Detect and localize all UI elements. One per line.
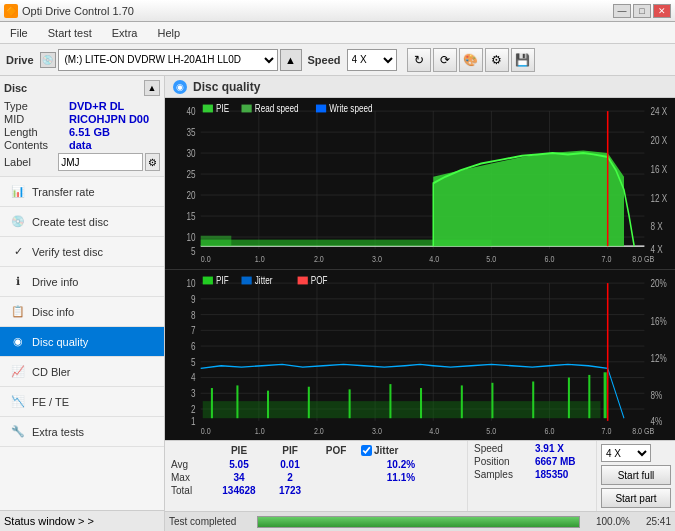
sidebar-item-transfer-rate[interactable]: 📊 Transfer rate xyxy=(0,177,164,207)
svg-rect-90 xyxy=(491,382,493,417)
content-area: ◉ Disc quality xyxy=(165,76,675,531)
sidebar-item-label-verify-test-disc: Verify test disc xyxy=(32,246,103,258)
disc-section: Disc ▲ Type DVD+R DL MID RICOHJPN D00 Le… xyxy=(0,76,164,177)
samples-value: 185350 xyxy=(535,469,590,480)
avg-pof xyxy=(315,459,357,470)
svg-text:Jitter: Jitter xyxy=(255,274,273,286)
position-value: 6667 MB xyxy=(535,456,590,467)
sidebar-item-disc-quality[interactable]: ◉ Disc quality xyxy=(0,327,164,357)
bottom-chart: 10 9 8 7 6 5 4 3 2 1 20% 16% 12% 8% 4% xyxy=(165,270,675,441)
total-jitter xyxy=(361,485,441,496)
svg-text:25: 25 xyxy=(187,168,196,180)
disc-quality-header: ◉ Disc quality xyxy=(165,76,675,98)
create-test-disc-icon: 💿 xyxy=(10,214,26,230)
disc-mid-value: RICOHJPN D00 xyxy=(69,113,149,125)
max-pif: 2 xyxy=(269,472,311,483)
transfer-rate-icon: 📊 xyxy=(10,184,26,200)
disc-mid-label: MID xyxy=(4,113,69,125)
disc-label-row: Label ⚙ xyxy=(4,153,160,171)
samples-row: Samples 185350 xyxy=(474,469,590,480)
close-button[interactable]: ✕ xyxy=(653,4,671,18)
progress-percentage: 100.0% xyxy=(588,516,638,527)
eject-button[interactable]: ▲ xyxy=(280,49,302,71)
progress-bar-outer xyxy=(257,516,580,528)
svg-text:6.0: 6.0 xyxy=(544,426,554,436)
disc-label-button[interactable]: ⚙ xyxy=(145,153,160,171)
disc-quality-icon: ◉ xyxy=(10,334,26,350)
disc-length-row: Length 6.51 GB xyxy=(4,126,160,138)
start-full-button[interactable]: Start full xyxy=(601,465,671,485)
sidebar-item-verify-test-disc[interactable]: ✓ Verify test disc xyxy=(0,237,164,267)
disc-info-icon: 📋 xyxy=(10,304,26,320)
svg-text:1: 1 xyxy=(191,414,196,426)
speed-select[interactable]: 4 X xyxy=(347,49,397,71)
sidebar-item-disc-info[interactable]: 📋 Disc info xyxy=(0,297,164,327)
sidebar-item-extra-tests[interactable]: 🔧 Extra tests xyxy=(0,417,164,447)
sidebar-item-create-test-disc[interactable]: 💿 Create test disc xyxy=(0,207,164,237)
color-button[interactable]: 🎨 xyxy=(459,48,483,72)
fe-te-icon: 📉 xyxy=(10,394,26,410)
svg-rect-100 xyxy=(298,276,308,284)
disc-label-key: Label xyxy=(4,156,56,168)
max-jitter: 11.1% xyxy=(361,472,441,483)
progress-bar-container: Test completed 100.0% 25:41 xyxy=(165,511,675,531)
minimize-button[interactable]: — xyxy=(613,4,631,18)
maximize-button[interactable]: □ xyxy=(633,4,651,18)
progress-time: 25:41 xyxy=(646,516,671,527)
position-key: Position xyxy=(474,456,529,467)
disc-expand-button[interactable]: ▲ xyxy=(144,80,160,96)
sidebar-item-label-fe-te: FE / TE xyxy=(32,396,69,408)
svg-rect-85 xyxy=(308,386,310,417)
disc-contents-value: data xyxy=(69,139,92,151)
disc-type-row: Type DVD+R DL xyxy=(4,100,160,112)
total-pif: 1723 xyxy=(269,485,311,496)
disc-length-label: Length xyxy=(4,126,69,138)
menu-help[interactable]: Help xyxy=(151,25,186,41)
svg-rect-36 xyxy=(242,105,252,113)
svg-text:10: 10 xyxy=(187,277,196,289)
menu-extra[interactable]: Extra xyxy=(106,25,144,41)
svg-text:1.0: 1.0 xyxy=(255,426,265,436)
svg-text:4: 4 xyxy=(191,371,196,383)
svg-text:9: 9 xyxy=(191,292,196,304)
drive-select[interactable]: (M:) LITE-ON DVDRW LH-20A1H LL0D xyxy=(58,49,278,71)
stats-col-pof: POF xyxy=(315,445,357,456)
save-button[interactable]: 💾 xyxy=(511,48,535,72)
menu-start-test[interactable]: Start test xyxy=(42,25,98,41)
svg-rect-82 xyxy=(211,388,213,418)
jitter-label: Jitter xyxy=(374,445,398,456)
cd-bler-icon: 📈 xyxy=(10,364,26,380)
sidebar-item-drive-info[interactable]: ℹ Drive info xyxy=(0,267,164,297)
svg-text:4.0: 4.0 xyxy=(429,254,439,264)
refresh-button[interactable]: ↻ xyxy=(407,48,431,72)
stats-col-empty xyxy=(171,445,209,456)
svg-text:5.0: 5.0 xyxy=(486,426,496,436)
sidebar-item-fe-te[interactable]: 📉 FE / TE xyxy=(0,387,164,417)
disc-quality-header-icon: ◉ xyxy=(173,80,187,94)
svg-text:PIE: PIE xyxy=(216,102,229,114)
svg-rect-88 xyxy=(420,388,422,418)
stats-col-pif: PIF xyxy=(269,445,311,456)
sidebar-item-cd-bler[interactable]: 📈 CD Bler xyxy=(0,357,164,387)
progress-status: Test completed xyxy=(169,516,249,527)
svg-text:1.0: 1.0 xyxy=(255,254,265,264)
jitter-checkbox[interactable] xyxy=(361,445,372,456)
drive-select-wrapper: 💿 (M:) LITE-ON DVDRW LH-20A1H LL0D ▲ xyxy=(40,49,302,71)
speed-pos-area: Speed 3.91 X Position 6667 MB Samples 18… xyxy=(467,441,596,511)
svg-rect-84 xyxy=(267,390,269,418)
sidebar-item-label-drive-info: Drive info xyxy=(32,276,78,288)
disc-title: Disc xyxy=(4,82,27,94)
settings-button[interactable]: ⚙ xyxy=(485,48,509,72)
status-window-button[interactable]: Status window > > xyxy=(0,510,164,531)
speed-label: Speed xyxy=(308,54,341,66)
speed-select-2[interactable]: 4 X xyxy=(601,444,651,462)
svg-text:4.0: 4.0 xyxy=(429,426,439,436)
svg-text:40: 40 xyxy=(187,105,196,117)
disc-label-input[interactable] xyxy=(58,153,143,171)
svg-text:15: 15 xyxy=(187,210,196,222)
start-part-button[interactable]: Start part xyxy=(601,488,671,508)
svg-rect-34 xyxy=(203,105,213,113)
menu-file[interactable]: File xyxy=(4,25,34,41)
refresh2-button[interactable]: ⟳ xyxy=(433,48,457,72)
svg-text:POF: POF xyxy=(311,274,328,286)
